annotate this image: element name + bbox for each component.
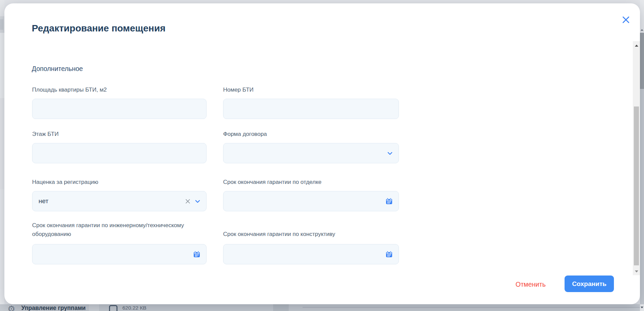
field-label: Срок окончания гарантии по инженерному/т… [32, 221, 207, 239]
calendar-icon[interactable] [193, 250, 201, 258]
field-registration-markup: Наценка за регистрацию нет [32, 179, 207, 211]
field-warranty-engineering: Срок окончания гарантии по инженерному/т… [32, 221, 207, 264]
background-cell-divider [273, 304, 289, 311]
field-label: Срок окончания гарантии по отделке [223, 179, 399, 186]
cancel-button[interactable]: Отменить [516, 281, 546, 288]
background-page-left-edge [0, 0, 4, 311]
scroll-up-arrow-icon[interactable] [641, 29, 643, 31]
background-row-band [0, 189, 4, 304]
browser-scrollbar-track[interactable] [640, 89, 644, 304]
scroll-down-arrow-icon[interactable] [641, 307, 643, 308]
background-cell-divider [89, 304, 99, 311]
field-label: Этаж БТИ [32, 131, 207, 138]
file-size-text: 620.22 КВ [122, 305, 146, 311]
modal-scrollbar[interactable] [633, 41, 640, 275]
select-value: нет [39, 197, 185, 205]
edit-room-modal: Редактирование помещения Дополнительное … [4, 3, 640, 304]
field-label: Номер БТИ [223, 87, 399, 93]
chevron-down-icon[interactable] [194, 198, 201, 205]
warranty-engineering-date-input[interactable] [32, 244, 207, 264]
contract-form-select[interactable] [223, 143, 399, 163]
chevron-down-icon[interactable] [387, 150, 393, 157]
field-label: Срок окончания гарантии по конструктиву [223, 230, 399, 239]
field-bti-area: Площадь квартиры БТИ, м2 [32, 87, 207, 119]
field-warranty-finishing: Срок окончания гарантии по отделке [223, 179, 399, 211]
modal-title: Редактирование помещения [32, 23, 166, 34]
warranty-finishing-date-input[interactable] [223, 191, 399, 211]
section-title: Дополнительное [32, 65, 83, 73]
background-bottom-row: ⚙ Управление группами 620.22 КВ [0, 304, 644, 311]
field-warranty-structural: Срок окончания гарантии по конструктиву [223, 230, 399, 264]
field-contract-form: Форма договора [223, 131, 399, 163]
group-management-menu-item: Управление группами [21, 305, 86, 311]
calendar-icon[interactable] [385, 250, 393, 258]
gear-icon: ⚙ [7, 305, 15, 311]
bti-number-input[interactable] [223, 99, 399, 119]
browser-scrollbar-thumb[interactable] [640, 33, 644, 89]
background-row-band [0, 33, 4, 98]
save-button[interactable]: Сохранить [565, 276, 614, 292]
clear-icon[interactable] [185, 198, 191, 204]
scroll-down-arrow-icon[interactable] [635, 270, 638, 272]
calendar-icon[interactable] [385, 197, 393, 205]
close-button[interactable] [619, 13, 633, 26]
modal-scrollbar-thumb[interactable] [634, 106, 639, 265]
field-bti-number: Номер БТИ [223, 87, 399, 119]
background-row-band [0, 19, 3, 30]
close-icon [622, 16, 630, 24]
field-label: Наценка за регистрацию [32, 179, 207, 186]
bti-floor-input[interactable] [32, 143, 207, 163]
field-bti-floor: Этаж БТИ [32, 131, 207, 163]
file-box-icon [109, 305, 118, 311]
warranty-structural-date-input[interactable] [223, 244, 399, 264]
registration-markup-select[interactable]: нет [32, 191, 207, 211]
field-label: Форма договора [223, 131, 399, 138]
scroll-up-arrow-icon[interactable] [635, 45, 638, 47]
bti-area-input[interactable] [32, 99, 207, 119]
scrollbar-top-button[interactable] [640, 0, 644, 33]
browser-scrollbar[interactable] [640, 0, 644, 311]
field-label: Площадь квартиры БТИ, м2 [32, 87, 207, 93]
background-horizontal-rule [303, 307, 640, 308]
